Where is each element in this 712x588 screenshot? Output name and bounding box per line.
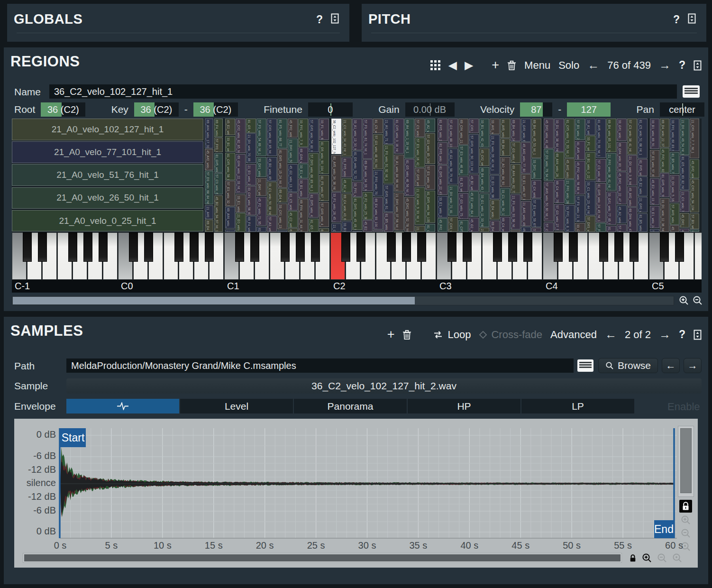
zoom-in-icon[interactable]: [679, 295, 689, 306]
step-back-icon[interactable]: ←: [587, 58, 599, 72]
piano-key-black[interactable]: [614, 232, 623, 262]
region-cell[interactable]: 33_B1_velo_42_43_hit_1: [479, 119, 489, 147]
region-cell[interactable]: 57_F3_velo_21_39_hit_1: [575, 195, 585, 222]
region-cell[interactable]: 21_F0_velo_39_40_hit_1: [490, 135, 500, 174]
piano-key-black[interactable]: [296, 232, 305, 262]
region-cell[interactable]: 21_B0_velo_75_90_hit_1: [479, 228, 489, 232]
region-cell[interactable]: 57_A#3_velo_50_60_hit_1: [544, 182, 554, 221]
region-cell[interactable]: 21_F0_velo_93_98_hit_1: [511, 194, 520, 230]
region-cell[interactable]: 33_B1_velo_70_74_hit_1: [225, 136, 235, 152]
region-cell[interactable]: 57_C3_velo_62_69_hit_1: [596, 159, 606, 182]
region-cell[interactable]: 45_A2_velo_72_81_hit_1: [521, 227, 531, 232]
region-cell[interactable]: 57_C#3_velo_80_85_hit_1: [267, 119, 277, 156]
root-slider[interactable]: 36 (C2): [41, 102, 85, 117]
region-cell[interactable]: 57_F3_velo_54_69_hit_1: [256, 119, 266, 156]
region-cell[interactable]: 69_G4_velo_95_118_hit_1: [277, 188, 287, 202]
region-map[interactable]: 21_A0_velo_102_127_hit_121_A0_velo_77_10…: [12, 119, 702, 232]
region-cell[interactable]: 21_D0_velo_71_81_hit_1: [448, 185, 458, 216]
region-name-field[interactable]: 36_C2_velo_102_127_hit_1: [49, 84, 677, 99]
region-cell[interactable]: 69_D4_velo_79_105_hit_1: [490, 200, 500, 220]
gain-slider[interactable]: 0.00 dB: [405, 102, 455, 117]
piano-key-black[interactable]: [508, 232, 517, 262]
region-cell[interactable]: 69_D4_velo_50_72_hit_1: [490, 220, 500, 232]
velocity-high-slider[interactable]: 127: [567, 102, 611, 117]
region-cell[interactable]: 57_C3_velo_1_4_hit_1: [544, 222, 554, 232]
region-cell[interactable]: 69_A#4_velo_99_123_hit_1: [225, 207, 235, 229]
regions-hscroll-thumb[interactable]: [13, 297, 415, 304]
region-cell[interactable]: 81_D#5_velo_45_49_hit_1: [352, 197, 362, 230]
piano-key-black[interactable]: [99, 232, 108, 262]
region-cell[interactable]: 21_A#0_velo_49_72_hit_1: [521, 201, 531, 226]
region-cell[interactable]: 81_C#5_velo_71_93_hit_1: [565, 119, 575, 158]
region-cell[interactable]: 21_A#0_velo_59_59_hit_1: [205, 205, 213, 219]
region-cell[interactable]: 45_E2_velo_52_64_hit_1: [638, 176, 648, 196]
region-cell[interactable]: 69_A4_velo_1_19_hit_1: [404, 119, 414, 158]
region-cell[interactable]: 45_A2_velo_90_115_hit_1: [617, 205, 627, 223]
region-cell[interactable]: 33_C1_velo_23_44_hit_1: [585, 181, 595, 215]
region-cell[interactable]: 81_B5_velo_73_73_hit_1: [670, 152, 679, 175]
region-cell[interactable]: 81_G5_velo_90_95_hit_1: [246, 119, 256, 133]
region-cell[interactable]: 33_F#1_velo_7_9_hit_1: [298, 119, 308, 147]
finetune-slider[interactable]: 0: [308, 102, 353, 117]
advanced-button[interactable]: Advanced: [550, 329, 597, 341]
region-cell[interactable]: 57_D3_velo_68_84_hit_1: [205, 171, 213, 204]
region-cell[interactable]: 45_B2_velo_85_107_hit_1: [267, 157, 277, 181]
region-cell[interactable]: 69_C#4_velo_67_71_hit_1: [690, 230, 699, 232]
region-cell[interactable]: 33_D#1_velo_2_21_hit_1: [531, 158, 541, 179]
region-cell[interactable]: 45_A2_velo_19_39_hit_1: [425, 119, 435, 132]
region-cell[interactable]: 69_A#4_velo_62_73_hit_1: [511, 164, 520, 193]
piano-key-black[interactable]: [129, 232, 138, 262]
region-cell[interactable]: 45_D#2_velo_52_78_hit_1: [404, 197, 414, 232]
region-cell[interactable]: 57_D#3_velo_73_92_hit_1: [585, 216, 595, 232]
path-forward-button[interactable]: →: [684, 358, 702, 373]
region-cell[interactable]: 69_A#4_velo_26_48_hit_1: [554, 152, 564, 179]
region-cell[interactable]: 81_F#5_velo_2_19_hit_1: [438, 142, 447, 165]
add-sample-button[interactable]: +: [387, 327, 395, 342]
region-cell[interactable]: 57_E3_velo_16_42_hit_1: [415, 138, 425, 167]
sample-selector[interactable]: 36_C2_velo_102_127_hit_2.wav: [66, 378, 702, 394]
piano-key-black[interactable]: [554, 232, 563, 262]
region-cell[interactable]: 69_F4_velo_31_43_hit_1: [214, 119, 223, 137]
region-cell[interactable]: 21_C0_velo_34_40_hit_1: [342, 119, 352, 156]
region-cell[interactable]: 33_B1_velo_14_28_hit_1: [342, 221, 352, 232]
region-cell[interactable]: 33_E1_velo_62_85_hit_1: [236, 194, 246, 212]
piano-key-black[interactable]: [23, 232, 32, 262]
regions-hscrollbar[interactable]: [12, 296, 674, 305]
piano-keyboard[interactable]: [12, 232, 702, 280]
region-cell[interactable]: 57_E3_velo_59_67_hit_1: [531, 199, 541, 227]
region-cell[interactable]: 21_C0_velo_9_33_hit_1: [415, 187, 425, 225]
piano-key-black[interactable]: [660, 232, 669, 262]
region-cell[interactable]: 81_C#5_velo_56_80_hit_1: [225, 153, 235, 180]
region-cell[interactable]: 45_A#2_velo_49_57_hit_1: [627, 186, 637, 207]
region-cell[interactable]: 45_F#2_velo_59_68_hit_1: [575, 161, 585, 194]
pitch-help-button[interactable]: ?: [673, 13, 680, 26]
region-cell[interactable]: 33_A1_velo_84_96_hit_1: [394, 155, 404, 192]
region-block-named[interactable]: 21_A0_velo_77_101_hit_1: [12, 141, 203, 163]
waveform-vscrollbar[interactable]: [678, 426, 694, 497]
samples-help-button[interactable]: ?: [679, 328, 685, 341]
region-cell[interactable]: 33_C1_velo_50_68_hit_1: [267, 182, 277, 215]
piano-key-black[interactable]: [190, 232, 199, 262]
region-cell[interactable]: 33_D1_velo_38_64_hit_1: [554, 119, 564, 152]
piano-key-black[interactable]: [493, 232, 502, 262]
region-cell[interactable]: 33_E1_velo_97_121_hit_1: [521, 174, 531, 200]
hzoom-lock-icon[interactable]: [628, 553, 638, 563]
region-cell[interactable]: 69_C#4_velo_21_28_hit_1: [458, 119, 468, 145]
region-cell[interactable]: 57_D#3_velo_66_89_hit_1: [309, 153, 319, 193]
region-cell[interactable]: 57_A3_velo_45_47_hit_1: [650, 229, 659, 232]
region-cell[interactable]: 45_B2_velo_70_84_hit_1: [469, 175, 479, 191]
region-cell[interactable]: 21_G#0_velo_2_9_hit_1: [638, 197, 648, 212]
region-cell[interactable]: 81_G5_velo_89_107_hit_1: [425, 224, 435, 232]
tab-level[interactable]: Level: [180, 399, 293, 413]
region-cell[interactable]: 57_F#3_velo_99_119_hit_1: [596, 223, 606, 232]
region-cell[interactable]: 33_A1_velo_13_30_hit_1: [352, 119, 362, 150]
piano-key-black[interactable]: [144, 232, 153, 262]
prev-sample-icon[interactable]: ←: [605, 328, 617, 341]
region-cell[interactable]: 81_C5_velo_51_68_hit_1: [638, 119, 648, 158]
region-cell[interactable]: 81_B5_velo_63_74_hit_1: [638, 213, 648, 232]
region-cell[interactable]: 81_G5_velo_63_82_hit_1: [680, 156, 689, 190]
piano-key-black[interactable]: [205, 232, 214, 262]
region-cell[interactable]: 45_F2_velo_71_95_hit_1: [256, 197, 266, 226]
region-cell[interactable]: 45_A#2_velo_56_79_hit_1: [565, 158, 575, 179]
region-cell[interactable]: 69_D4_velo_53_53_hit_1: [205, 220, 213, 232]
